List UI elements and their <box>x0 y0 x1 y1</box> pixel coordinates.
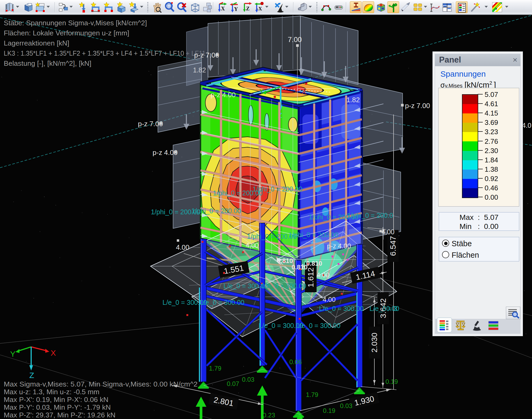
svg-text:0.810: 0.810 <box>306 260 322 267</box>
svg-text:4.00: 4.00 <box>176 243 190 251</box>
svg-text:0.07: 0.07 <box>227 380 239 387</box>
svg-text:0.06: 0.06 <box>289 358 302 365</box>
svg-text:Flächen: Lokale Verformungen u: Flächen: Lokale Verformungen u-z [mm] <box>4 29 129 37</box>
svg-text:2.030: 2.030 <box>370 332 379 352</box>
svg-text:L/e_0 = 300.00: L/e_0 = 300.00 <box>261 282 306 290</box>
svg-text:4.00: 4.00 <box>317 271 330 279</box>
svg-text:0.03: 0.03 <box>340 402 353 409</box>
svg-text:-X: -X <box>257 6 262 11</box>
svg-text:p-z 4.00: p-z 4.00 <box>211 91 236 99</box>
svg-text:4.0: 4.0 <box>522 122 531 129</box>
svg-text:0.19: 0.19 <box>386 378 398 385</box>
svg-text:0.19: 0.19 <box>323 407 335 414</box>
svg-text:7.00: 7.00 <box>288 36 302 44</box>
svg-text:Max P-Y': 0.03, Min P-Y': -1.7: Max P-Y': 0.03, Min P-Y': -1.79 kN <box>4 403 111 411</box>
svg-text:p-z 7.00: p-z 7.00 <box>194 51 219 59</box>
svg-text:1.82: 1.82 <box>346 96 360 104</box>
svg-text:Y: Y <box>234 6 238 12</box>
svg-text:Max P-Z': 29.37, Min P-Z': 19.: Max P-Z': 29.37, Min P-Z': 19.26 kN <box>4 411 116 419</box>
svg-text:Y: Y <box>259 88 264 95</box>
svg-text:0.810: 0.810 <box>277 257 293 264</box>
svg-text:0.810: 0.810 <box>292 264 308 271</box>
svg-text:L/e_0 = 300.00: L/e_0 = 300.00 <box>296 322 341 329</box>
svg-text:1/phi_0 = 200.0: 1/phi_0 = 200.0 <box>347 212 393 219</box>
svg-text:Max Sigma-v,Mises: 5.07, Min S: Max Sigma-v,Mises: 5.07, Min Sigma-v,Mis… <box>4 380 198 388</box>
svg-text:p-z 7.00: p-z 7.00 <box>138 120 163 128</box>
svg-text:Lagerreaktionen [kN]: Lagerreaktionen [kN] <box>4 39 69 47</box>
svg-text:Z: Z <box>246 6 249 11</box>
svg-text:4.00: 4.00 <box>323 296 336 303</box>
svg-text:4.00: 4.00 <box>246 241 259 249</box>
svg-text:LK3 : 1.35*LF1 + 1.35*LF2 + 1.: LK3 : 1.35*LF1 + 1.35*LF2 + 1.35*LF3 + L… <box>4 49 206 57</box>
svg-text:4.00: 4.00 <box>382 228 395 236</box>
svg-text:X: X <box>221 6 225 11</box>
svg-text:X: X <box>51 348 56 357</box>
svg-text:Max u-z: 1.3, Min u-z: -0.5 mm: Max u-z: 1.3, Min u-z: -0.5 mm <box>4 388 99 396</box>
svg-text:p-z 4.00: p-z 4.00 <box>327 242 351 250</box>
svg-text:p-z 4.00: p-z 4.00 <box>153 149 178 157</box>
svg-text:0.23: 0.23 <box>263 412 275 419</box>
svg-text:L/e_0 = 300.00: L/e_0 = 300.00 <box>319 305 364 312</box>
svg-text:1.82: 1.82 <box>193 66 206 74</box>
svg-text:1/phi_0 = 200.00: 1/phi_0 = 200.00 <box>191 207 241 215</box>
svg-text:Belastung [-], [kN/m^2], [kN]: Belastung [-], [kN/m^2], [kN] <box>4 59 91 67</box>
svg-text:1/phi_0 = 200.00: 1/phi_0 = 200.00 <box>289 231 338 239</box>
svg-text:Stäbe: Spannungen Sigma-v,Mise: Stäbe: Spannungen Sigma-v,Mises [kN/cm^2… <box>4 19 147 27</box>
svg-text:0.03: 0.03 <box>242 376 255 383</box>
svg-text:2.801: 2.801 <box>213 395 234 408</box>
svg-text:L/e_0 = 300.00: L/e_0 = 300.00 <box>200 299 244 306</box>
svg-text:Max P-X': 0.19, Min P-X': 0.06: Max P-X': 0.19, Min P-X': 0.06 kN <box>4 396 108 404</box>
svg-text:Z: Z <box>29 371 34 380</box>
svg-text:1.79: 1.79 <box>209 365 222 372</box>
svg-text:X: X <box>302 87 306 95</box>
svg-text:0.00: 0.00 <box>386 305 399 312</box>
svg-text:Y: Y <box>10 350 15 358</box>
svg-text:1/phi_0 = 200.00: 1/phi_0 = 200.00 <box>253 185 302 193</box>
svg-text:6.547: 6.547 <box>388 236 397 256</box>
svg-text:1.79: 1.79 <box>306 391 318 398</box>
svg-text:p-z 7.00: p-z 7.00 <box>405 102 430 110</box>
